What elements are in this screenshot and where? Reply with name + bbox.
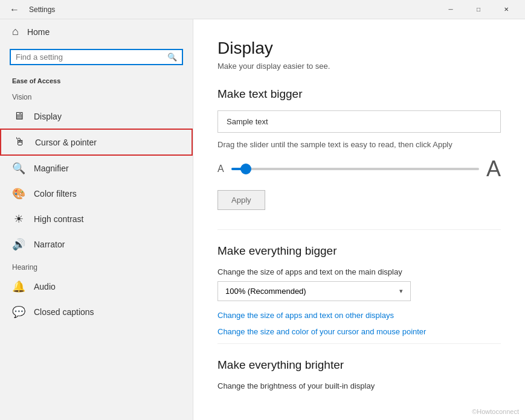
section-divider-2 xyxy=(217,343,501,344)
sidebar-item-narrator-label: Narrator xyxy=(34,240,65,249)
page-subtitle: Make your display easier to see. xyxy=(217,62,501,71)
titlebar: ← Settings ─ □ ✕ xyxy=(0,0,525,19)
hearing-category-label: Hearing xyxy=(0,257,193,274)
watermark: ©Howtoconnect xyxy=(472,408,519,415)
home-icon: ⌂ xyxy=(12,25,19,38)
search-box: 🔍 xyxy=(10,49,183,65)
audio-icon: 🔔 xyxy=(12,280,25,293)
slider-small-label: A xyxy=(217,164,224,174)
brighter-description: Change the brightness of your built-in d… xyxy=(217,381,501,390)
link-cursor-color[interactable]: Change the size and color of your cursor… xyxy=(217,327,501,336)
chevron-down-icon: ▾ xyxy=(399,287,403,295)
slider-large-label: A xyxy=(486,156,501,182)
titlebar-title: Settings xyxy=(29,5,55,14)
sidebar-item-display[interactable]: 🖥 Display xyxy=(0,104,193,129)
restore-button[interactable]: □ xyxy=(465,0,492,19)
sidebar-item-magnifier-label: Magnifier xyxy=(34,164,69,173)
sidebar-item-home[interactable]: ⌂ Home xyxy=(0,19,193,44)
dropdown-label: Change the size of apps and text on the … xyxy=(217,267,501,276)
sidebar-item-high-contrast-label: High contrast xyxy=(34,214,83,224)
sidebar-item-high-contrast[interactable]: ☀ High contrast xyxy=(0,206,193,232)
color-filters-icon: 🎨 xyxy=(12,187,25,200)
minimize-button[interactable]: ─ xyxy=(437,0,465,19)
titlebar-left: ← Settings xyxy=(5,2,55,18)
slider-description: Drag the slider until the sample text is… xyxy=(217,140,501,149)
sidebar-item-narrator[interactable]: 🔊 Narrator xyxy=(0,232,193,257)
sidebar-item-cursor-pointer[interactable]: 🖱 Cursor & pointer xyxy=(0,129,193,156)
close-button[interactable]: ✕ xyxy=(492,0,520,19)
search-input[interactable] xyxy=(16,52,167,62)
sidebar-item-color-filters-label: Color filters xyxy=(34,189,77,199)
slider-thumb[interactable] xyxy=(240,164,251,174)
sidebar-item-color-filters[interactable]: 🎨 Color filters xyxy=(0,181,193,206)
slider-track xyxy=(231,168,479,170)
sidebar-item-audio[interactable]: 🔔 Audio xyxy=(0,274,193,299)
section-title-make-text-bigger: Make text bigger xyxy=(217,88,501,101)
text-size-slider-row: A A xyxy=(217,156,501,182)
slider-track-container xyxy=(231,168,479,170)
sample-text-box: Sample text xyxy=(217,110,501,133)
closed-captions-icon: 💬 xyxy=(12,305,25,319)
dropdown-value: 100% (Recommended) xyxy=(225,287,306,296)
display-icon: 🖥 xyxy=(12,110,25,122)
size-dropdown[interactable]: 100% (Recommended) ▾ xyxy=(217,281,411,301)
section-title-make-everything-brighter: Make everything brighter xyxy=(217,358,501,372)
sidebar-item-audio-label: Audio xyxy=(34,282,56,291)
back-button[interactable]: ← xyxy=(5,2,24,18)
high-contrast-icon: ☀ xyxy=(12,212,25,226)
section-title-make-everything-bigger: Make everything bigger xyxy=(217,244,501,258)
search-icon: 🔍 xyxy=(167,52,177,62)
link-other-displays[interactable]: Change the size of apps and text on othe… xyxy=(217,311,501,320)
sidebar-item-closed-captions-label: Closed captions xyxy=(34,307,94,317)
page-title: Display xyxy=(217,39,501,58)
apply-button[interactable]: Apply xyxy=(217,190,265,210)
narrator-icon: 🔊 xyxy=(12,238,25,251)
ease-of-access-label: Ease of Access xyxy=(0,72,193,87)
sidebar-item-cursor-pointer-label: Cursor & pointer xyxy=(35,138,97,147)
cursor-pointer-icon: 🖱 xyxy=(13,136,27,148)
titlebar-controls: ─ □ ✕ xyxy=(437,0,520,19)
sidebar-item-magnifier[interactable]: 🔍 Magnifier xyxy=(0,156,193,181)
sidebar-item-display-label: Display xyxy=(34,112,62,121)
main-content: Display Make your display easier to see.… xyxy=(193,19,525,420)
section-divider xyxy=(217,229,501,230)
sidebar-item-closed-captions[interactable]: 💬 Closed captions xyxy=(0,299,193,325)
vision-category-label: Vision xyxy=(0,87,193,104)
app-body: ⌂ Home 🔍 Ease of Access Vision 🖥 Display… xyxy=(0,19,525,420)
magnifier-icon: 🔍 xyxy=(12,162,25,175)
sidebar: ⌂ Home 🔍 Ease of Access Vision 🖥 Display… xyxy=(0,19,193,420)
home-label: Home xyxy=(27,27,50,37)
